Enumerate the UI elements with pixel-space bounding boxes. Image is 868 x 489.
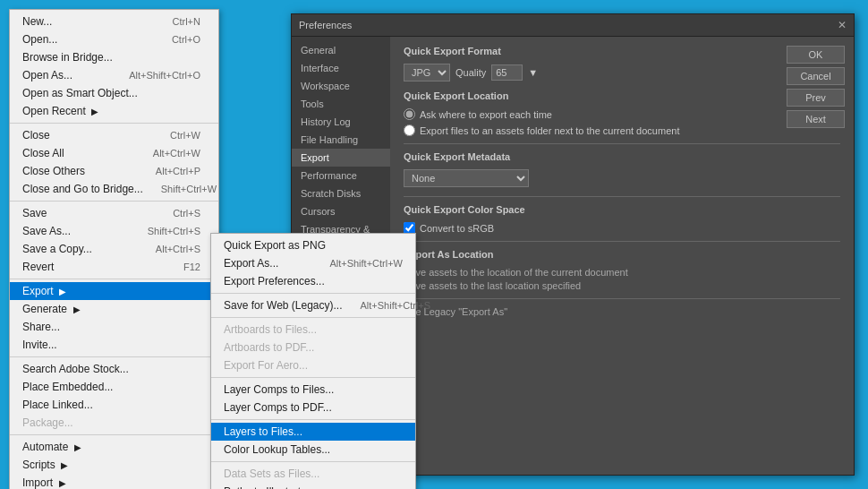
menu-item-search-adobe-stock-[interactable]: Search Adobe Stock... xyxy=(10,360,218,378)
menu-item-save-a-copy-[interactable]: Save a Copy...Alt+Ctrl+S xyxy=(10,240,218,258)
sidebar-item-scratch-disks[interactable]: Scratch Disks xyxy=(292,184,390,202)
menu-item-place-embedded-[interactable]: Place Embedded... xyxy=(10,378,218,396)
menu-item-label: New... xyxy=(22,15,52,28)
menu-item-open-[interactable]: Open...Ctrl+O xyxy=(10,30,218,48)
menu-item-scripts[interactable]: Scripts ▶ xyxy=(10,456,218,474)
menu-separator-after-9 xyxy=(10,201,218,202)
menu-item-generate[interactable]: Generate ▶ xyxy=(10,300,218,318)
submenu-item-color-lookup-tables-[interactable]: Color Lookup Tables... xyxy=(211,441,415,459)
menu-item-browse-in-bridge-[interactable]: Browse in Bridge... xyxy=(10,48,218,66)
ok-button[interactable]: OK xyxy=(787,46,845,64)
menu-item-share-[interactable]: Share... xyxy=(10,318,218,336)
submenu-item-save-for-web-(legacy)-[interactable]: Save for Web (Legacy)...Alt+Shift+Ctrl+S xyxy=(211,296,415,314)
submenu-item-label: Artboards to PDF... xyxy=(224,341,314,354)
menu-shortcut: Alt+Ctrl+W xyxy=(153,148,200,159)
dialog-content: Quick Export Format JPG Quality ▼ Quick … xyxy=(390,37,854,474)
export-submenu: Quick Export as PNGExport As...Alt+Shift… xyxy=(210,233,416,489)
submenu-item-export-as-[interactable]: Export As...Alt+Shift+Ctrl+W xyxy=(211,254,415,272)
divider1 xyxy=(404,143,840,144)
submenu-arrow-icon: ▶ xyxy=(72,442,81,452)
srgb-row[interactable]: Convert to sRGB xyxy=(404,222,840,234)
radio-folder-label: Export files to an assets folder next to… xyxy=(420,125,679,136)
radio-folder[interactable]: Export files to an assets folder next to… xyxy=(404,124,840,136)
menu-item-label: Invite... xyxy=(22,339,57,351)
menu-item-open-as-[interactable]: Open As...Alt+Shift+Ctrl+O xyxy=(10,66,218,84)
divider4 xyxy=(404,298,840,299)
submenu-item-layer-comps-to-pdf-[interactable]: Layer Comps to PDF... xyxy=(211,399,415,416)
menu-item-close-all[interactable]: Close AllAlt+Ctrl+W xyxy=(10,144,218,162)
main-context-menu: New...Ctrl+NOpen...Ctrl+OBrowse in Bridg… xyxy=(9,9,219,489)
quality-label: Quality xyxy=(455,67,486,78)
menu-item-revert[interactable]: RevertF12 xyxy=(10,258,218,276)
submenu-item-label: Layer Comps to Files... xyxy=(224,383,334,396)
sidebar-item-history-log[interactable]: History Log xyxy=(292,113,390,131)
submenu-separator-15 xyxy=(211,461,415,462)
legacy-label: Use Legacy "Export As" xyxy=(404,306,840,317)
next-button[interactable]: Next xyxy=(787,110,845,128)
menu-item-label: Close All xyxy=(22,147,64,159)
menu-shortcut: Shift+Ctrl+W xyxy=(161,184,217,194)
menu-item-import[interactable]: Import ▶ xyxy=(10,474,218,489)
menu-item-open-as-smart-object-[interactable]: Open as Smart Object... xyxy=(10,84,218,102)
radio-ask[interactable]: Ask where to export each time xyxy=(404,108,840,120)
menu-shortcut: Alt+Ctrl+S xyxy=(156,244,200,254)
submenu-item-export-preferences-[interactable]: Export Preferences... xyxy=(211,272,415,290)
submenu-item-paths-to-illustrator-[interactable]: Paths to Illustrator... xyxy=(211,483,415,489)
dialog-close-button[interactable]: ✕ xyxy=(838,19,847,31)
menu-item-automate[interactable]: Automate ▶ xyxy=(10,438,218,456)
submenu-item-label: Paths to Illustrator... xyxy=(224,485,319,489)
menu-item-label: Save As... xyxy=(22,225,71,237)
menu-item-export[interactable]: Export ▶ xyxy=(10,282,218,300)
menu-item-label: Open as Smart Object... xyxy=(22,87,138,99)
menu-item-label: Open Recent ▶ xyxy=(22,105,99,117)
export-as-location-heading: Export As Location xyxy=(404,249,840,260)
submenu-separator-3 xyxy=(211,293,415,294)
submenu-separator-12 xyxy=(211,419,415,420)
menu-item-close-others[interactable]: Close OthersAlt+Ctrl+P xyxy=(10,162,218,180)
menu-item-save[interactable]: SaveCtrl+S xyxy=(10,204,218,222)
sidebar-item-tools[interactable]: Tools xyxy=(292,95,390,113)
menu-item-label: Open... xyxy=(22,33,57,46)
submenu-item-layer-comps-to-files-[interactable]: Layer Comps to Files... xyxy=(211,381,415,399)
quality-arrow-down[interactable]: ▼ xyxy=(528,67,538,78)
submenu-arrow-icon: ▶ xyxy=(71,305,81,314)
menu-item-invite-[interactable]: Invite... xyxy=(10,336,218,354)
submenu-item-label: Export As... xyxy=(224,257,278,270)
menu-item-open-recent[interactable]: Open Recent ▶ xyxy=(10,102,218,120)
submenu-arrow-icon: ▶ xyxy=(89,107,99,116)
submenu-shortcut: Alt+Shift+Ctrl+S xyxy=(361,300,431,311)
format-select[interactable]: JPG xyxy=(404,64,450,82)
quality-input[interactable] xyxy=(491,64,523,81)
sidebar-item-performance[interactable]: Performance xyxy=(292,167,390,184)
menu-item-save-as-[interactable]: Save As...Shift+Ctrl+S xyxy=(10,222,218,240)
menu-item-label: Generate ▶ xyxy=(22,303,81,315)
submenu-item-data-sets-as-files-: Data Sets as Files... xyxy=(211,465,415,483)
menu-separator-after-13 xyxy=(10,279,218,279)
location1-text: Save assets to the location of the curre… xyxy=(404,267,840,278)
submenu-separator-5 xyxy=(211,317,415,318)
submenu-item-label: Quick Export as PNG xyxy=(224,239,326,252)
menu-shortcut: Ctrl+W xyxy=(170,130,200,141)
submenu-item-label: Data Sets as Files... xyxy=(224,468,319,480)
sidebar-item-cursors[interactable]: Cursors xyxy=(292,202,390,220)
menu-item-new-[interactable]: New...Ctrl+N xyxy=(10,13,218,30)
prev-button[interactable]: Prev xyxy=(787,89,845,107)
cancel-button[interactable]: Cancel xyxy=(787,67,845,85)
metadata-select[interactable]: None xyxy=(404,169,529,187)
submenu-item-quick-export-as-png[interactable]: Quick Export as PNG xyxy=(211,236,415,254)
location2-text: Save assets to the last location specifi… xyxy=(404,280,840,291)
sidebar-item-general[interactable]: General xyxy=(292,41,390,59)
menu-shortcut: Ctrl+S xyxy=(173,208,200,219)
dialog-titlebar: Preferences ✕ xyxy=(292,14,854,37)
menu-item-label: Browse in Bridge... xyxy=(22,51,113,64)
sidebar-item-interface[interactable]: Interface xyxy=(292,59,390,77)
sidebar-item-export[interactable]: Export xyxy=(292,149,390,167)
menu-item-close-and-go-to-bridge-[interactable]: Close and Go to Bridge...Shift+Ctrl+W xyxy=(10,180,218,198)
menu-item-label: Save xyxy=(22,207,47,219)
submenu-item-export-for-aero-: Export For Aero... xyxy=(211,356,415,374)
sidebar-item-file-handling[interactable]: File Handling xyxy=(292,131,390,149)
menu-item-close[interactable]: CloseCtrl+W xyxy=(10,126,218,144)
submenu-item-layers-to-files-[interactable]: Layers to Files... xyxy=(211,423,415,441)
menu-item-place-linked-[interactable]: Place Linked... xyxy=(10,396,218,414)
sidebar-item-workspace[interactable]: Workspace xyxy=(292,77,390,95)
